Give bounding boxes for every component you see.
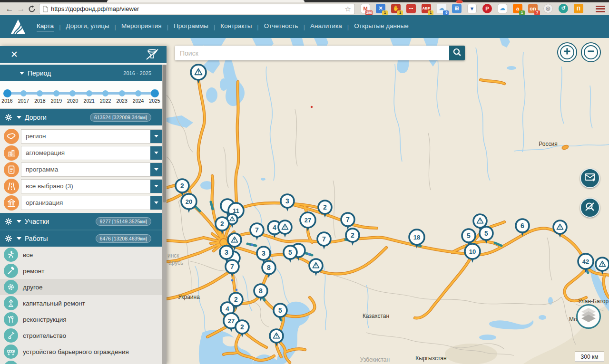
- section-period[interactable]: Период 2016 - 2025: [0, 65, 167, 81]
- map-label-Украина: Украина: [178, 294, 200, 300]
- nav-item-6[interactable]: Отчетность: [264, 22, 298, 31]
- filter-row-road-class: все выбрано (3): [0, 178, 167, 194]
- year-label: 2025: [149, 98, 160, 104]
- year-handle-2020[interactable]: [69, 90, 76, 96]
- blue-bird-extension-icon[interactable]: ☁: [498, 4, 508, 14]
- year-handle-2017[interactable]: [20, 90, 27, 96]
- scrollbar-thumb[interactable]: [163, 65, 166, 202]
- work-type-label: реконструкция: [23, 316, 67, 323]
- close-icon[interactable]: ✕: [10, 50, 18, 59]
- period-slider[interactable]: 2016201720182019202020212022202320242025: [0, 81, 167, 109]
- chevron-down-icon[interactable]: [150, 180, 162, 193]
- work-type-barrier-installation[interactable]: устройство барьерного ограждения: [0, 344, 167, 360]
- onenote-clipper-extension-icon[interactable]: on7: [528, 4, 539, 14]
- chevron-down-icon[interactable]: [150, 196, 162, 210]
- disable-search-button[interactable]: [580, 198, 600, 218]
- roads-count-badge: 613524 [322009.344км]: [90, 113, 151, 122]
- section-title: Работы: [25, 235, 48, 242]
- sidebar-scrollbar[interactable]: [162, 65, 167, 364]
- bookmark-star-icon[interactable]: ☆: [345, 5, 351, 13]
- year-label: 2021: [84, 98, 95, 104]
- pinterest-extension-icon[interactable]: P: [482, 4, 493, 14]
- year-handle-2024[interactable]: [135, 90, 141, 96]
- work-type-all[interactable]: все: [0, 247, 167, 263]
- svg-text:2: 2: [240, 323, 244, 331]
- translate-extension-icon[interactable]: ✕1: [376, 4, 386, 14]
- gear-icon[interactable]: [5, 235, 12, 242]
- stop-hand-extension-icon[interactable]: ✋1: [391, 4, 402, 14]
- funnel-slash-icon[interactable]: [145, 48, 160, 61]
- svg-text:11: 11: [233, 207, 239, 214]
- web-services-extension-icon[interactable]: ⊞: [452, 4, 462, 14]
- year-handle-2025[interactable]: [151, 89, 159, 97]
- region-select[interactable]: регион: [21, 129, 162, 144]
- slider-track[interactable]: [7, 92, 155, 95]
- gmail-extension-icon[interactable]: M396: [361, 4, 371, 14]
- road-class-select[interactable]: все выбрано (3): [21, 179, 162, 193]
- orange-app-extension-icon[interactable]: П: [574, 4, 584, 14]
- browser-menu-icon[interactable]: [596, 6, 605, 12]
- year-handle-2019[interactable]: [53, 90, 59, 96]
- search-input[interactable]: [175, 46, 449, 60]
- weather-extension-icon[interactable]: ☁-6: [437, 4, 447, 14]
- mail-plus-icon: [584, 172, 596, 184]
- nav-item-2[interactable]: Дороги, улицы: [66, 22, 109, 31]
- year-handle-2021[interactable]: [86, 90, 92, 96]
- drop-app-extension-icon[interactable]: ◎: [543, 4, 554, 14]
- nav-item-3[interactable]: Мероприятия: [121, 22, 162, 31]
- yandex-maps-extension-icon[interactable]: ▼: [467, 4, 478, 14]
- work-type-partial[interactable]: [0, 360, 167, 364]
- year-handle-2023[interactable]: [119, 90, 125, 96]
- gear-icon[interactable]: [5, 114, 12, 121]
- nav-item-5[interactable]: Контракты: [220, 22, 252, 31]
- svg-text:4: 4: [273, 224, 276, 231]
- nav-item-1[interactable]: Карта: [37, 22, 54, 31]
- chevron-down-icon: [16, 115, 22, 119]
- svg-text:10: 10: [469, 248, 476, 255]
- site-logo-icon[interactable]: [10, 18, 27, 35]
- layers-button[interactable]: [576, 304, 601, 329]
- password-manager-extension-icon[interactable]: •••: [406, 4, 417, 14]
- adblock-plus-extension-icon[interactable]: ABP1: [422, 4, 432, 14]
- gear-icon[interactable]: [5, 218, 12, 225]
- nav-item-8[interactable]: Открытые данные: [354, 22, 408, 31]
- year-handle-2022[interactable]: [102, 90, 108, 96]
- section-roads[interactable]: Дороги 613524 [322009.344км]: [0, 109, 167, 125]
- antivirus-extension-icon[interactable]: a1: [513, 4, 523, 14]
- work-type-repair[interactable]: ремонт: [0, 263, 167, 279]
- feedback-button[interactable]: [580, 168, 600, 188]
- year-handle-2018[interactable]: [37, 90, 43, 96]
- organization-select[interactable]: организация: [21, 196, 162, 210]
- address-bar[interactable]: https://дорфонд.рф/map/viewer ☆: [39, 4, 355, 14]
- search-button[interactable]: [449, 46, 465, 60]
- worker-icon: [4, 248, 18, 262]
- year-handle-2016[interactable]: [3, 89, 11, 97]
- work-type-other[interactable]: другое: [0, 279, 167, 295]
- zoom-in-button[interactable]: [557, 42, 577, 62]
- forward-icon[interactable]: →: [15, 4, 27, 14]
- nav-item-4[interactable]: Программы: [174, 22, 208, 31]
- work-type-reconstruction[interactable]: реконструкция: [0, 311, 167, 327]
- nav-item-7[interactable]: Аналитика: [310, 22, 342, 31]
- svg-text:3: 3: [285, 197, 289, 205]
- work-type-label: все: [23, 251, 33, 259]
- program-select[interactable]: программа: [21, 163, 162, 177]
- agglomeration-select[interactable]: агломерация: [21, 146, 162, 160]
- site-navbar: Карта|Дороги, улицы|Мероприятия|Программ…: [0, 15, 609, 38]
- chevron-down-icon[interactable]: [150, 163, 162, 176]
- reload-icon[interactable]: [27, 5, 37, 13]
- svg-text:18: 18: [413, 234, 420, 241]
- sync-extension-icon[interactable]: ↺: [559, 4, 569, 14]
- section-works[interactable]: Работы 6476 [13208.4639км]: [0, 230, 167, 247]
- back-icon[interactable]: ←: [4, 4, 15, 14]
- svg-text:6: 6: [521, 222, 524, 230]
- work-type-construction[interactable]: строительство: [0, 327, 167, 344]
- zoom-out-button[interactable]: [581, 42, 601, 62]
- work-type-list: всеремонтдругоекапитальный ремонтреконст…: [0, 247, 167, 364]
- svg-text:5: 5: [278, 307, 282, 314]
- section-road-sections[interactable]: Участки 9277 [15149.3525км]: [0, 213, 167, 230]
- chevron-down-icon[interactable]: [150, 146, 162, 160]
- map-label-Улан-Батор: Улан-Батор: [578, 298, 609, 305]
- chevron-down-icon[interactable]: [150, 130, 162, 143]
- work-type-capital-repair[interactable]: капитальный ремонт: [0, 295, 167, 311]
